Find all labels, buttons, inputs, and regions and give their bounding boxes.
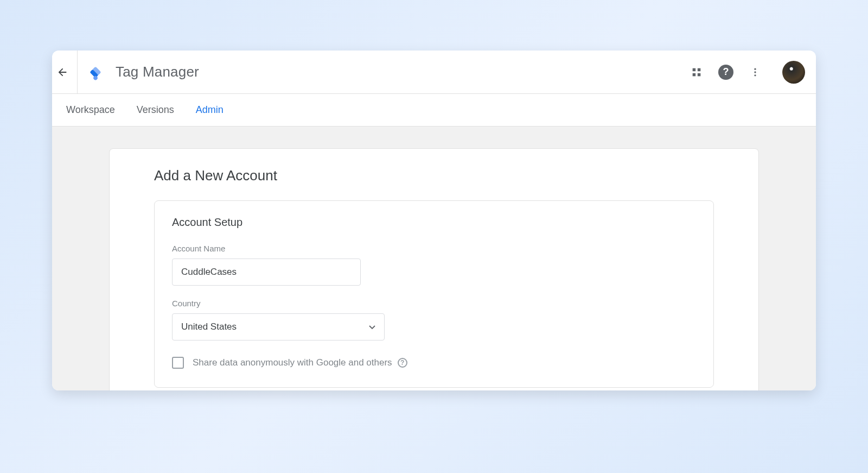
svg-point-9 — [754, 74, 756, 76]
tab-workspace[interactable]: Workspace — [66, 101, 115, 119]
tab-versions[interactable]: Versions — [137, 101, 174, 119]
svg-rect-6 — [698, 73, 701, 76]
header-actions: ? — [689, 61, 805, 84]
app-title: Tag Manager — [116, 64, 199, 80]
country-label: Country — [172, 299, 696, 308]
account-name-input[interactable] — [172, 258, 361, 286]
tab-admin[interactable]: Admin — [196, 101, 224, 119]
nav-tabs: Workspace Versions Admin — [52, 94, 816, 127]
svg-rect-5 — [693, 73, 696, 76]
info-icon[interactable]: ? — [398, 358, 407, 368]
help-icon: ? — [718, 65, 733, 80]
more-vert-icon — [750, 67, 761, 78]
share-data-checkbox[interactable] — [172, 357, 184, 369]
country-select-value: United States — [181, 321, 237, 332]
svg-point-8 — [754, 71, 756, 73]
section-title: Account Setup — [172, 216, 696, 229]
svg-rect-4 — [698, 68, 701, 71]
apps-button[interactable] — [689, 65, 704, 80]
account-name-label: Account Name — [172, 244, 696, 253]
share-data-label: Share data anonymously with Google and o… — [193, 357, 407, 368]
back-button[interactable] — [52, 62, 73, 83]
account-setup-box: Account Setup Account Name Country Unite… — [154, 200, 714, 388]
main-card: Add a New Account Account Setup Account … — [109, 148, 759, 390]
share-data-row: Share data anonymously with Google and o… — [172, 357, 696, 369]
svg-point-7 — [754, 68, 756, 70]
page-title: Add a New Account — [154, 167, 714, 184]
tag-manager-icon — [86, 62, 105, 82]
grid-apps-icon — [691, 66, 703, 78]
header-bar: Tag Manager ? — [52, 51, 816, 94]
chevron-down-icon — [369, 321, 375, 332]
svg-rect-3 — [693, 68, 696, 71]
avatar[interactable] — [782, 61, 805, 84]
arrow-back-icon — [56, 66, 68, 78]
help-button[interactable]: ? — [718, 65, 733, 80]
more-button[interactable] — [748, 65, 763, 80]
app-logo — [85, 62, 106, 83]
content-area: Add a New Account Account Setup Account … — [52, 127, 816, 390]
country-select[interactable]: United States — [172, 313, 385, 340]
share-data-label-text: Share data anonymously with Google and o… — [193, 357, 392, 368]
app-window: Tag Manager ? Workspace Versions Admin — [52, 51, 816, 390]
header-divider — [77, 51, 78, 94]
